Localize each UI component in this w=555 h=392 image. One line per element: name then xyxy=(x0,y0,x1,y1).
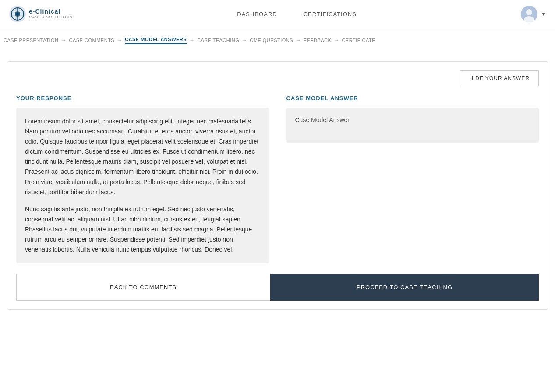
card-top-actions: HIDE YOUR ANSWER xyxy=(16,70,539,86)
content-card: HIDE YOUR ANSWER YOUR RESPONSE Lorem ips… xyxy=(7,61,548,310)
logo-tagline: CASES SOLUTIONS xyxy=(29,15,73,20)
back-to-comments-button[interactable]: BACK TO COMMENTS xyxy=(16,274,270,301)
your-response-title: YOUR RESPONSE xyxy=(16,95,269,102)
logo[interactable]: e-Clinical CASES SOLUTIONS xyxy=(9,5,73,23)
header: e-Clinical CASES SOLUTIONS DASHBOARD CER… xyxy=(0,0,555,28)
main-nav: DASHBOARD CERTIFICATIONS xyxy=(237,11,357,18)
breadcrumb-arrow-2: → xyxy=(117,37,122,43)
svg-point-6 xyxy=(526,9,532,15)
logo-icon xyxy=(9,5,26,23)
proceed-to-case-teaching-button[interactable]: PROCEED TO CASE TEACHING xyxy=(270,274,539,301)
nav-certifications[interactable]: CERTIFICATIONS xyxy=(304,11,357,18)
response-paragraph-1: Lorem ipsum dolor sit amet, consectetur … xyxy=(25,116,260,197)
avatar xyxy=(521,6,537,22)
model-answer-text: Case Model Answer xyxy=(295,116,350,123)
hide-answer-button[interactable]: HIDE YOUR ANSWER xyxy=(460,70,539,86)
case-model-answer-title: CASE MODEL ANSWER xyxy=(286,95,539,102)
user-menu[interactable]: ▼ xyxy=(521,6,546,22)
your-response-col: YOUR RESPONSE Lorem ipsum dolor sit amet… xyxy=(16,95,269,263)
breadcrumb-case-comments[interactable]: CASE COMMENTS xyxy=(69,38,114,43)
bottom-buttons: BACK TO COMMENTS PROCEED TO CASE TEACHIN… xyxy=(16,274,539,301)
case-model-answer-col: CASE MODEL ANSWER Case Model Answer xyxy=(286,95,539,263)
breadcrumb-arrow-5: → xyxy=(296,37,301,43)
breadcrumb-arrow-3: → xyxy=(189,37,194,43)
logo-text: e-Clinical CASES SOLUTIONS xyxy=(29,8,73,19)
breadcrumb-case-model-answers[interactable]: CASE MODEL ANSWERS xyxy=(125,37,187,44)
breadcrumb-arrow-6: → xyxy=(334,37,339,43)
nav-dashboard[interactable]: DASHBOARD xyxy=(237,11,277,18)
breadcrumb-feedback[interactable]: FEEDBACK xyxy=(304,38,331,43)
model-answer-box: Case Model Answer xyxy=(286,108,539,143)
breadcrumb-case-presentation[interactable]: CASE PRESENTATION xyxy=(4,38,58,43)
main-content: HIDE YOUR ANSWER YOUR RESPONSE Lorem ips… xyxy=(0,52,555,318)
two-column-layout: YOUR RESPONSE Lorem ipsum dolor sit amet… xyxy=(16,95,539,263)
breadcrumb-cme-questions[interactable]: CME QUESTIONS xyxy=(250,38,293,43)
response-box: Lorem ipsum dolor sit amet, consectetur … xyxy=(16,108,269,263)
breadcrumb: CASE PRESENTATION → CASE COMMENTS → CASE… xyxy=(0,28,555,52)
breadcrumb-arrow-1: → xyxy=(61,37,66,43)
logo-brand: e-Clinical xyxy=(29,8,73,15)
response-paragraph-2: Nunc sagittis ante justo, non fringilla … xyxy=(25,204,260,255)
breadcrumb-certificate[interactable]: CERTIFICATE xyxy=(342,38,375,43)
chevron-down-icon: ▼ xyxy=(541,11,546,17)
breadcrumb-arrow-4: → xyxy=(242,37,247,43)
breadcrumb-case-teaching[interactable]: CASE TEACHING xyxy=(197,38,239,43)
